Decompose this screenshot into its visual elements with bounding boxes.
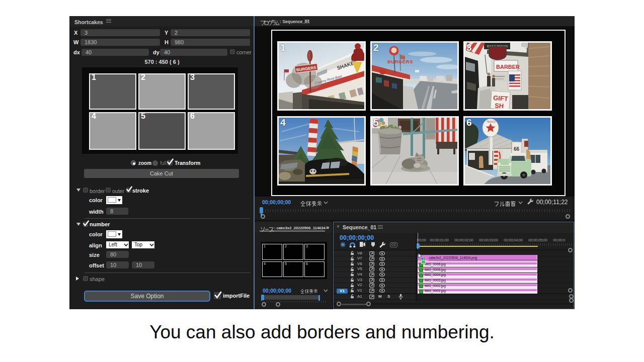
svg-text:SH: SH bbox=[495, 102, 504, 109]
svg-text:TEXACO: TEXACO bbox=[487, 121, 496, 123]
svg-text:BARBER: BARBER bbox=[496, 64, 520, 70]
svg-text:66: 66 bbox=[514, 146, 520, 152]
